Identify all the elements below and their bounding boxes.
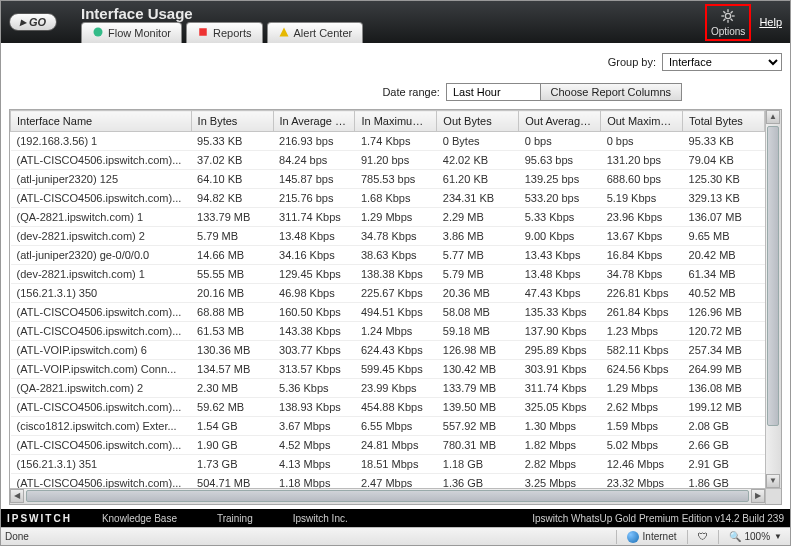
vertical-scrollbar[interactable]: ▲ ▼: [765, 110, 781, 488]
help-link[interactable]: Help: [759, 16, 782, 28]
table-cell: 9.00 Kbps: [519, 227, 601, 246]
table-cell: 225.67 Kbps: [355, 284, 437, 303]
footer-link[interactable]: Knowledge Base: [102, 513, 177, 524]
column-header[interactable]: Out Maximum Sp...: [601, 111, 683, 132]
table-row[interactable]: (ATL-CISCO4506.ipswitch.com)...59.62 MB1…: [11, 398, 765, 417]
table-row[interactable]: (QA-2821.ipswitch.com) 22.30 MB5.36 Kbps…: [11, 379, 765, 398]
table-cell: 1.18 Mbps: [273, 474, 355, 489]
table-cell: 1.82 Mbps: [519, 436, 601, 455]
zoom-control[interactable]: 🔍 100% ▼: [725, 531, 787, 542]
table-cell: 785.53 bps: [355, 170, 437, 189]
edition-label: Ipswitch WhatsUp Gold Premium Edition v1…: [532, 513, 784, 524]
table-cell: 1.23 Mbps: [601, 322, 683, 341]
table-cell: 14.66 MB: [191, 246, 273, 265]
choose-columns-button[interactable]: Choose Report Columns: [540, 83, 682, 101]
footer-link[interactable]: Ipswitch Inc.: [293, 513, 348, 524]
tab-alert-center[interactable]: Alert Center: [267, 22, 364, 43]
column-header[interactable]: In Bytes: [191, 111, 273, 132]
shield-icon: 🛡: [698, 531, 708, 542]
table-cell: 0 Bytes: [437, 132, 519, 151]
table-cell: 2.91 GB: [683, 455, 765, 474]
flow-icon: [92, 26, 104, 40]
table-cell: 533.20 bps: [519, 189, 601, 208]
table-cell: 303.91 Kbps: [519, 360, 601, 379]
table-row[interactable]: (156.21.3.1) 35020.16 MB46.98 Kbps225.67…: [11, 284, 765, 303]
tab-flow-monitor[interactable]: Flow Monitor: [81, 22, 182, 43]
table-cell: 68.88 MB: [191, 303, 273, 322]
table-cell: 1.73 GB: [191, 455, 273, 474]
table-row[interactable]: (atl-juniper2320) ge-0/0/0.014.66 MB34.1…: [11, 246, 765, 265]
table-cell: 134.57 MB: [191, 360, 273, 379]
table-cell: 454.88 Kbps: [355, 398, 437, 417]
table-row[interactable]: (dev-2821.ipswitch.com) 25.79 MB13.48 Kb…: [11, 227, 765, 246]
table-row[interactable]: (ATL-CISCO4506.ipswitch.com)...504.71 MB…: [11, 474, 765, 489]
table-cell: (ATL-CISCO4506.ipswitch.com)...: [11, 303, 192, 322]
table-row[interactable]: (ATL-CISCO4506.ipswitch.com)...68.88 MB1…: [11, 303, 765, 322]
table-cell: 61.20 KB: [437, 170, 519, 189]
alert-icon: [278, 26, 290, 40]
table-row[interactable]: (156.21.3.1) 3511.73 GB4.13 Mbps18.51 Mb…: [11, 455, 765, 474]
table-cell: 143.38 Kbps: [273, 322, 355, 341]
tab-reports[interactable]: Reports: [186, 22, 263, 43]
zoom-icon: 🔍: [729, 531, 741, 542]
column-header[interactable]: In Maximum Sp...: [355, 111, 437, 132]
group-by-label: Group by:: [608, 56, 656, 68]
table-row[interactable]: (ATL-CISCO4506.ipswitch.com)...61.53 MB1…: [11, 322, 765, 341]
table-cell: 58.08 MB: [437, 303, 519, 322]
table-row[interactable]: (dev-2821.ipswitch.com) 155.55 MB129.45 …: [11, 265, 765, 284]
table-row[interactable]: (ATL-VOIP.ipswitch.com) 6130.36 MB303.77…: [11, 341, 765, 360]
table-cell: 47.43 Kbps: [519, 284, 601, 303]
scroll-thumb[interactable]: [26, 490, 749, 502]
table-cell: 264.99 MB: [683, 360, 765, 379]
column-header[interactable]: Out Bytes: [437, 111, 519, 132]
table-cell: 13.48 Kbps: [273, 227, 355, 246]
footer-link[interactable]: Training: [217, 513, 253, 524]
table-cell: 94.82 KB: [191, 189, 273, 208]
scroll-left-arrow-icon[interactable]: ◀: [10, 489, 24, 503]
table-row[interactable]: (cisco1812.ipswitch.com) Exter...1.54 GB…: [11, 417, 765, 436]
table-cell: 216.93 bps: [273, 132, 355, 151]
scroll-thumb[interactable]: [767, 126, 779, 426]
table-cell: (dev-2821.ipswitch.com) 2: [11, 227, 192, 246]
tab-label: Reports: [213, 27, 252, 39]
table-cell: 303.77 Kbps: [273, 341, 355, 360]
table-cell: 55.55 MB: [191, 265, 273, 284]
table-cell: 125.30 KB: [683, 170, 765, 189]
column-header[interactable]: Interface Name: [11, 111, 192, 132]
table-row[interactable]: (ATL-CISCO4506.ipswitch.com)...94.82 KB2…: [11, 189, 765, 208]
column-header[interactable]: In Average Speed: [273, 111, 355, 132]
table-cell: (ATL-CISCO4506.ipswitch.com)...: [11, 189, 192, 208]
table-cell: 1.59 Mbps: [601, 417, 683, 436]
table-cell: 91.20 bps: [355, 151, 437, 170]
column-header[interactable]: Total Bytes: [683, 111, 765, 132]
table-cell: 95.33 KB: [683, 132, 765, 151]
table-cell: (cisco1812.ipswitch.com) Exter...: [11, 417, 192, 436]
table-cell: 129.45 Kbps: [273, 265, 355, 284]
table-row[interactable]: (ATL-CISCO4506.ipswitch.com)...37.02 KB8…: [11, 151, 765, 170]
table-cell: (atl-juniper2320) ge-0/0/0.0: [11, 246, 192, 265]
options-button[interactable]: Options: [705, 4, 751, 41]
svg-point-0: [94, 28, 103, 37]
table-cell: 1.90 GB: [191, 436, 273, 455]
svg-line-10: [723, 18, 725, 20]
table-cell: 130.36 MB: [191, 341, 273, 360]
table-row[interactable]: (QA-2821.ipswitch.com) 1133.79 MB311.74 …: [11, 208, 765, 227]
table-row[interactable]: (ATL-CISCO4506.ipswitch.com)...1.90 GB4.…: [11, 436, 765, 455]
svg-line-9: [731, 18, 733, 20]
protected-mode[interactable]: 🛡: [694, 531, 712, 542]
security-zone[interactable]: Internet: [623, 531, 681, 543]
column-header[interactable]: Out Average Speed: [519, 111, 601, 132]
group-by-select[interactable]: Interface: [662, 53, 782, 71]
scroll-right-arrow-icon[interactable]: ▶: [751, 489, 765, 503]
go-button[interactable]: GO: [9, 13, 57, 31]
table-cell: 295.89 Kbps: [519, 341, 601, 360]
table-row[interactable]: (atl-juniper2320) 12564.10 KB145.87 bps7…: [11, 170, 765, 189]
table-cell: 160.50 Kbps: [273, 303, 355, 322]
table-cell: 5.19 Kbps: [601, 189, 683, 208]
table-cell: 59.18 MB: [437, 322, 519, 341]
table-row[interactable]: (192.168.3.56) 195.33 KB216.93 bps1.74 K…: [11, 132, 765, 151]
table-row[interactable]: (ATL-VOIP.ipswitch.com) Conn...134.57 MB…: [11, 360, 765, 379]
scroll-down-arrow-icon[interactable]: ▼: [766, 474, 780, 488]
scroll-up-arrow-icon[interactable]: ▲: [766, 110, 780, 124]
horizontal-scrollbar[interactable]: ◀ ▶: [10, 488, 765, 504]
